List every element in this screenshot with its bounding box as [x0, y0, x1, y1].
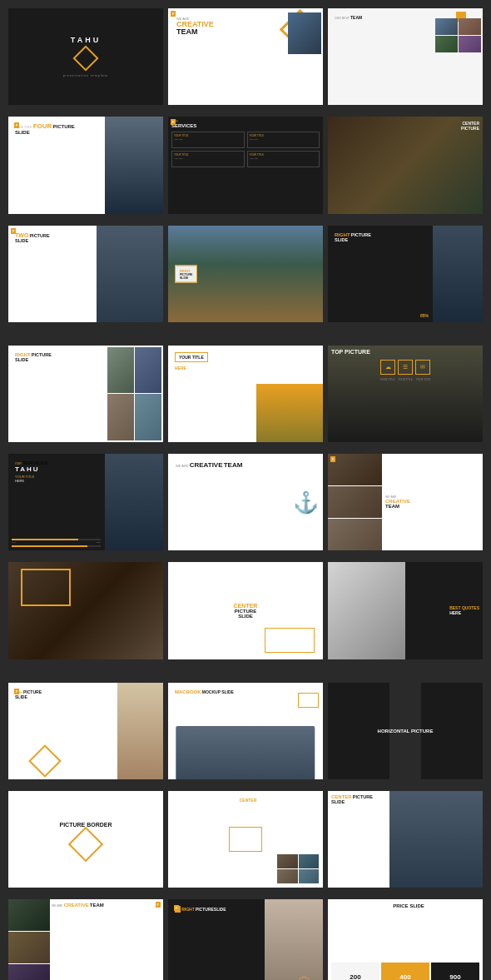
sbox-text-1: Your Title — [174, 138, 242, 141]
center-word: CENTER — [234, 603, 258, 609]
two-text: TWO — [15, 232, 28, 238]
photo-3 — [435, 36, 458, 52]
center2-label: CENTER — [173, 798, 323, 803]
team-big: TEAM — [224, 461, 243, 469]
prog-fill-1 — [12, 539, 78, 540]
section-gap-2 — [8, 671, 483, 683]
slide-center-guitar — [8, 562, 163, 659]
slide-macbook-mockup: MACBOOK MOCKUP SLIDE — [168, 683, 323, 779]
pl-1 — [8, 899, 50, 931]
price-1: 200 — [350, 973, 360, 980]
slide-center-picture-text: CENTER PICTURE SLIDE — [168, 562, 323, 659]
mockup-label: MOCKUP — [202, 689, 221, 694]
slide-best-quotes: BEST QUOTES HERE — [328, 562, 483, 659]
slide-grid-row6: CENTER PICTURE SLIDE BEST QUOTES HERE — [8, 562, 483, 659]
slide-grid-row9: WE ARE CREATIVE TEAM F F F RIGHT PICTURE… — [8, 899, 483, 980]
sbox-title-2: YOUR TITLE — [250, 134, 318, 137]
sbox-title-3: YOUR TITLE — [174, 153, 242, 157]
prog-fill-2 — [12, 545, 87, 547]
orange-rect — [265, 628, 315, 653]
l-photo-1 — [328, 454, 382, 485]
laptop-img — [176, 726, 315, 779]
service-boxes: YOUR TITLE Your Title YOUR TITLE Your Ti… — [171, 132, 320, 167]
slide-top-picture: TOP PICTURE ☁ ☰ ✉ YOUR TITLE YOUR TITLE … — [328, 346, 483, 442]
right-text-dark: RIGHT — [335, 232, 350, 237]
slide-our-services: F OUR SERVICES YOUR TITLE Your Title YOU… — [168, 117, 323, 213]
team2-label: TEAM — [385, 504, 479, 509]
team-label: TEAM — [176, 28, 315, 36]
diamond2-icon — [28, 744, 62, 778]
top-label-2: YOUR TITLE — [398, 378, 413, 381]
creative-final: CREATIVE — [64, 903, 89, 908]
photo-1 — [435, 18, 458, 35]
price-boxes: 200 400 900 — [331, 963, 479, 980]
sbox-1: YOUR TITLE Your Title — [171, 132, 245, 148]
horiz-text: HORIZONTAL PICTURE — [378, 729, 434, 734]
slide-word2: SLIDE — [238, 614, 253, 619]
f-tag-final: F — [156, 902, 161, 908]
sbox-text-2: Your Title — [250, 138, 318, 141]
slide-center-picture: CENTER PICTURE — [328, 117, 483, 213]
icon-2: ☰ — [403, 364, 408, 371]
top-label-3: YOUR TITLE — [416, 378, 431, 381]
slide-word: SLIDE — [180, 276, 192, 279]
slide-your-title: YOUR TITLE HERE — [168, 346, 323, 442]
photo-4 — [459, 36, 481, 52]
price-slide-title: PRICE SLIDE — [331, 903, 483, 908]
slide-grid-row1: TAHU presentation template F WE ARE CREA… — [8, 8, 483, 105]
tahu-subtitle: presentation template — [63, 74, 109, 77]
pic-word2: PICTURE — [353, 794, 373, 799]
pic-slide2-text: PICTURESLIDE — [196, 907, 226, 912]
slide-horizontal-picture: HORIZONTAL PICTURE — [328, 683, 483, 779]
sbox-3: YOUR TITLE Your Title — [171, 151, 245, 167]
icon-3: ✉ — [420, 364, 425, 371]
macbook-label: MACBOOK — [175, 689, 201, 694]
slide-word3: SLIDE — [331, 799, 345, 804]
photo-grid — [435, 18, 481, 52]
sbox-4: YOUR TITLE Your Title — [247, 151, 320, 167]
sbox-text-4: Your Title — [250, 157, 318, 160]
price-3: 900 — [449, 973, 460, 980]
hook-icon: ⚓ — [293, 490, 319, 515]
slide-our-services-dark: OUR SERVICES TAHU YOUR TITLE HERE 75% 85… — [8, 454, 163, 550]
pl-2 — [8, 932, 50, 963]
f-tag7: F — [174, 905, 179, 911]
slide-price: PRICE SLIDE 200 400 900 — [328, 899, 483, 980]
mosaic-4 — [135, 394, 161, 440]
pl-3 — [8, 964, 50, 980]
pg-4 — [299, 869, 320, 883]
prog-bar-2 — [12, 545, 101, 547]
slide-right-picture-person: F right PICTURESLIDE — [8, 683, 163, 779]
prog-bar-1 — [12, 539, 101, 540]
price-box-1: 200 — [331, 963, 379, 980]
our-best-label: OUR BEST — [335, 17, 350, 20]
diamond3-icon — [68, 827, 103, 862]
slide-center-picture-photos: CENTER — [168, 791, 323, 888]
sbox-text-3: Your Title — [174, 157, 242, 160]
icon-box-2: ☰ — [398, 360, 413, 375]
right-label-box: RIGHT PICTURE SLIDE — [175, 265, 197, 282]
slide-two-picture: F TWO PICTURESLIDE — [8, 226, 163, 322]
city-img — [256, 384, 323, 442]
diamond-icon — [72, 46, 98, 72]
title-here: YOUR TITLE — [179, 355, 204, 360]
slide-we-are-creative-photos: WE ARE CREATIVE TEAM F — [328, 454, 483, 550]
orange-rect3 — [229, 827, 262, 852]
four-text: FOUR — [33, 122, 52, 130]
slide-we-are-creative: F WE ARE CREATIVE TEAM — [168, 8, 323, 105]
pg-2 — [299, 854, 320, 868]
photos-grid — [277, 854, 319, 883]
sbox-title-1: YOUR TITLE — [174, 134, 242, 137]
creative-big: CREATIVE — [190, 461, 223, 469]
l-photo-2 — [328, 486, 382, 518]
f-tag5: F — [330, 456, 335, 462]
slide-label: SLIDE — [221, 689, 234, 694]
orange-border — [21, 569, 71, 606]
slide-tahu-title: TAHU presentation template — [8, 8, 163, 105]
right-content-creative: WE ARE CREATIVE TEAM — [382, 454, 483, 550]
tahu-logo-text: TAHU — [71, 36, 101, 44]
progress-row: 75% 85% — [12, 537, 101, 547]
f-tag3: F — [171, 119, 176, 125]
slide-grid-row8: PICTURE BORDER CENTER CENTER PICTURE — [8, 791, 483, 888]
icon-1: ☁ — [385, 364, 391, 371]
